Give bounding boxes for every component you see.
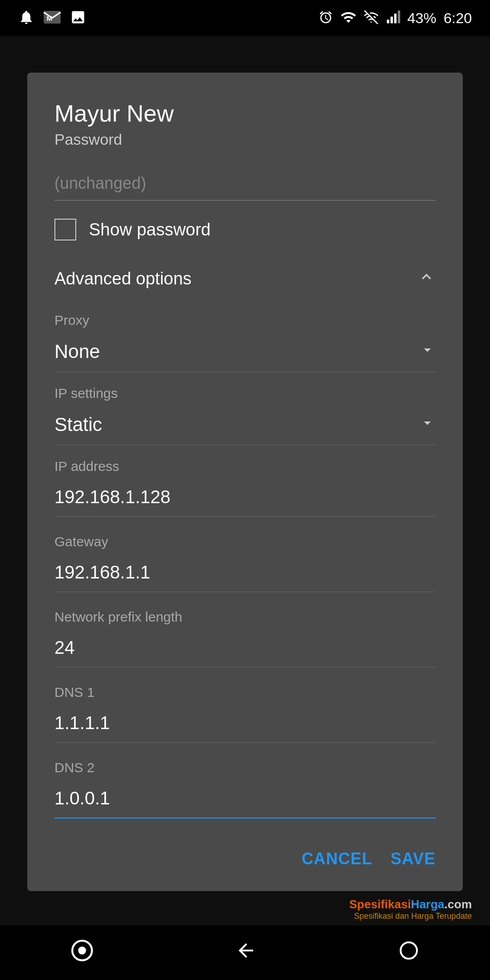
ip-settings-label: IP settings [54, 386, 436, 401]
gateway-input[interactable] [54, 555, 436, 592]
svg-point-7 [78, 946, 86, 954]
save-button[interactable]: SAVE [391, 845, 436, 873]
cancel-button[interactable]: CANCEL [302, 845, 372, 873]
ip-settings-value: Static [54, 414, 102, 436]
watermark: SpesifikasiHarga.com Spesifikasi dan Har… [349, 897, 472, 921]
gateway-label: Gateway [54, 534, 436, 549]
home-circle-icon[interactable] [70, 939, 94, 967]
battery-percent: 43% [407, 10, 436, 27]
dialog-subtitle: Password [54, 131, 436, 148]
proxy-dropdown-arrow-icon [419, 342, 436, 362]
network-prefix-input[interactable] [54, 630, 436, 667]
signal-bars-icon [386, 10, 400, 27]
show-password-checkbox[interactable] [54, 219, 76, 240]
svg-rect-5 [397, 10, 400, 23]
svg-rect-2 [387, 20, 389, 23]
network-prefix-label: Network prefix length [54, 609, 436, 625]
back-icon[interactable] [235, 940, 257, 966]
dns1-label: DNS 1 [54, 685, 436, 700]
status-icons-left: M [18, 9, 86, 28]
svg-point-8 [401, 942, 417, 959]
gmail-icon: M [44, 11, 61, 26]
password-input[interactable] [54, 167, 436, 201]
ip-settings-dropdown[interactable]: Static [54, 407, 436, 445]
advanced-options-label: Advanced options [54, 269, 191, 289]
bottom-nav-bar [0, 926, 490, 980]
time-display: 6:20 [444, 10, 472, 27]
svg-rect-3 [390, 16, 392, 23]
proxy-value: None [54, 341, 100, 363]
alarm-icon [318, 10, 333, 27]
chevron-up-icon [417, 268, 436, 290]
advanced-options-row[interactable]: Advanced options [54, 259, 436, 299]
dialog-actions: CANCEL SAVE [54, 822, 436, 873]
wifi-dialog: Mayur New Password Show password Advance… [27, 73, 463, 891]
signal-x-icon [364, 10, 378, 27]
status-icons-right: 43% 6:20 [318, 9, 472, 28]
image-icon [70, 9, 86, 28]
proxy-dropdown[interactable]: None [54, 333, 436, 372]
dns1-input[interactable] [54, 706, 436, 743]
watermark-site-part3: .com [444, 897, 472, 911]
show-password-label: Show password [89, 220, 211, 240]
notification-bell-icon [18, 9, 34, 28]
svg-text:M: M [47, 14, 53, 22]
dialog-title: Mayur New [54, 100, 436, 127]
svg-rect-4 [394, 14, 396, 23]
status-bar: M [0, 0, 490, 36]
show-password-row[interactable]: Show password [54, 219, 436, 240]
dns2-label: DNS 2 [54, 760, 436, 775]
ip-settings-dropdown-arrow-icon [419, 415, 436, 435]
overview-icon[interactable] [398, 940, 420, 966]
watermark-site-part1: Spesifikasi [349, 897, 411, 911]
dns2-input[interactable] [54, 781, 436, 818]
dialog-overlay: Mayur New Password Show password Advance… [0, 36, 490, 980]
wifi-icon [340, 9, 357, 28]
ip-address-label: IP address [54, 459, 436, 474]
proxy-label: Proxy [54, 313, 436, 328]
watermark-site-part2: Harga [411, 897, 445, 911]
watermark-tagline: Spesifikasi dan Harga Terupdate [349, 911, 472, 921]
ip-address-input[interactable] [54, 480, 436, 517]
